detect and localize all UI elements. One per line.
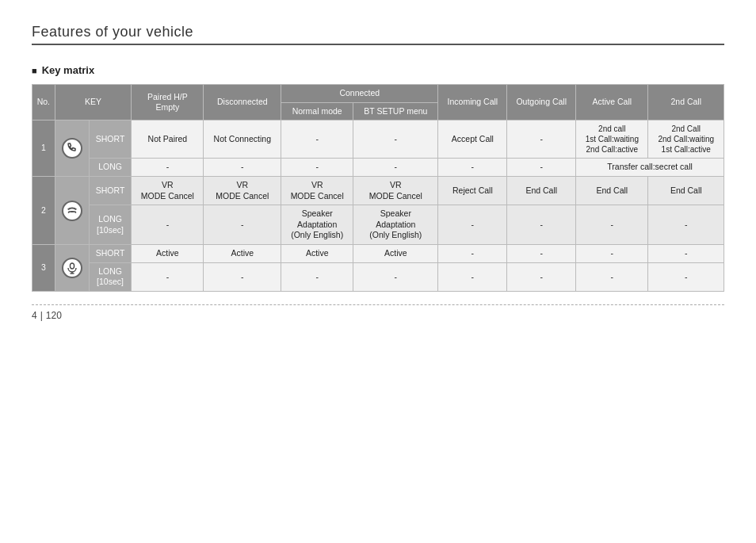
row-1-long-disconnected: -	[204, 159, 281, 177]
col-2nd: 2nd Call	[648, 85, 724, 120]
row-2-long-paired: -	[132, 205, 204, 245]
row-1-short-normal: -	[281, 120, 353, 159]
row-2-short-active: End Call	[576, 176, 648, 205]
row-2-icon	[55, 176, 89, 244]
row-2-short-paired: VR MODE Cancel	[132, 176, 204, 205]
key-matrix-table: No. KEY Paired H/PEmpty Disconnected Con…	[32, 84, 724, 292]
row-1-long-active: Transfer call:secret call	[576, 159, 724, 177]
row-2-short-bt: VR MODE Cancel	[353, 176, 438, 205]
row-3-long-active: -	[576, 262, 648, 291]
row-3-short-label: SHORT	[89, 245, 132, 263]
row-2-short-normal: VR MODE Cancel	[281, 176, 353, 205]
row-3-long-2nd: -	[648, 262, 724, 291]
row-1-long-incoming: -	[438, 159, 507, 177]
col-normal-mode: Normal mode	[281, 102, 353, 120]
row-2-long-bt: Speaker Adaptation (Only English)	[353, 205, 438, 245]
row-1-long-outgoing: -	[507, 159, 576, 177]
row-3-short-bt: Active	[353, 245, 438, 263]
row-1-short-label: SHORT	[89, 120, 132, 159]
row-2-long-2nd: -	[648, 205, 724, 245]
footer-page: 4	[32, 310, 37, 321]
col-key: KEY	[55, 85, 132, 120]
row-3-long-outgoing: -	[507, 262, 576, 291]
row-1-short-2nd: 2nd Call 2nd Call:waiting 1st Call:activ…	[648, 120, 724, 159]
row-3-short-disconnected: Active	[204, 245, 281, 263]
row-1-long-paired: -	[132, 159, 204, 177]
row-1-icon	[55, 120, 89, 177]
row-3-long-disconnected: -	[204, 262, 281, 291]
row-1-short-disconnected: Not Connecting	[204, 120, 281, 159]
row-3-short-incoming: -	[438, 245, 507, 263]
row-2-long-label: LONG [10sec]	[89, 205, 132, 245]
row-3-long-normal: -	[281, 262, 353, 291]
row-3-short-2nd: -	[648, 245, 724, 263]
col-bt-setup: BT SETUP menu	[353, 102, 438, 120]
row-2-short-2nd: End Call	[648, 176, 724, 205]
col-paired-hp: Paired H/PEmpty	[132, 85, 204, 120]
footer-number: 120	[46, 310, 62, 321]
page: Features of your vehicle Key matrix No. …	[0, 0, 756, 337]
row-1-no: 1	[32, 120, 55, 177]
col-active: Active Call	[576, 85, 648, 120]
row-3-long-bt: -	[353, 262, 438, 291]
row-1-long-bt: -	[353, 159, 438, 177]
row-3-long-label: LONG [10sec]	[89, 262, 132, 291]
row-3-long-incoming: -	[438, 262, 507, 291]
row-3-short-normal: Active	[281, 245, 353, 263]
footer-separator: |	[40, 310, 43, 321]
row-3-no: 3	[32, 245, 55, 292]
row-1-long-normal: -	[281, 159, 353, 177]
row-2-short-outgoing: End Call	[507, 176, 576, 205]
row-2-long-outgoing: -	[507, 205, 576, 245]
row-3-short-active: -	[576, 245, 648, 263]
row-1-short-incoming: Accept Call	[438, 120, 507, 159]
row-3-icon	[55, 245, 89, 292]
col-disconnected: Disconnected	[204, 85, 281, 120]
row-3-short-paired: Active	[132, 245, 204, 263]
row-1-short-paired: Not Paired	[132, 120, 204, 159]
page-title: Features of your vehicle	[32, 24, 193, 40]
row-3-short-outgoing: -	[507, 245, 576, 263]
footer: 4 | 120	[32, 304, 724, 321]
col-no: No.	[32, 85, 55, 120]
row-1-short-active: 2nd call 1st Call:waiting 2nd Call:activ…	[576, 120, 648, 159]
row-1-long-label: LONG	[89, 159, 132, 177]
col-incoming: Incoming Call	[438, 85, 507, 120]
row-1-short-bt: -	[353, 120, 438, 159]
svg-rect-3	[70, 263, 74, 269]
row-2-no: 2	[32, 176, 55, 244]
col-connected: Connected	[281, 85, 438, 103]
row-2-short-label: SHORT	[89, 176, 132, 205]
row-3-long-paired: -	[132, 262, 204, 291]
row-2-long-incoming: -	[438, 205, 507, 245]
section-title: Key matrix	[32, 64, 724, 76]
row-2-short-disconnected: VR MODE Cancel	[204, 176, 281, 205]
row-2-long-active: -	[576, 205, 648, 245]
page-header: Features of your vehicle	[32, 24, 724, 45]
svg-rect-2	[70, 211, 74, 212]
col-outgoing: Outgoing Call	[507, 85, 576, 120]
row-2-short-incoming: Reject Call	[438, 176, 507, 205]
row-2-long-disconnected: -	[204, 205, 281, 245]
row-1-short-outgoing: -	[507, 120, 576, 159]
row-2-long-normal: Speaker Adaptation (Only English)	[281, 205, 353, 245]
